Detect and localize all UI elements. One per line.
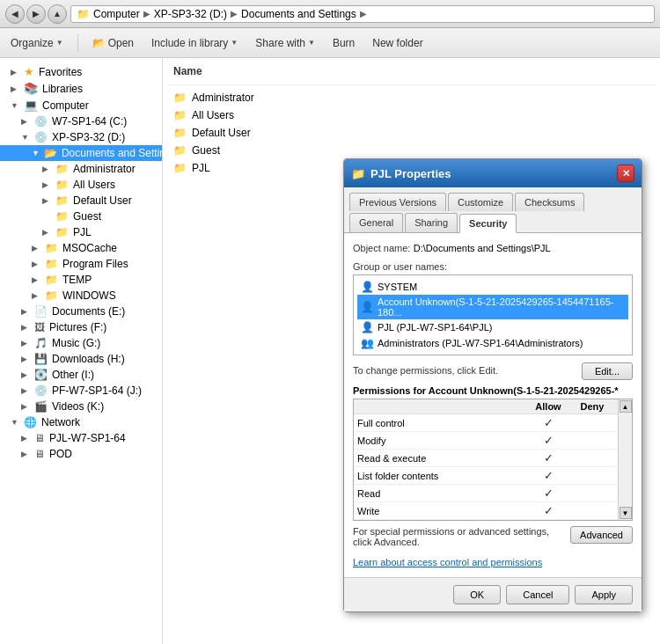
burn-button[interactable]: Burn bbox=[329, 35, 358, 51]
tab-general[interactable]: General bbox=[349, 213, 403, 232]
permissions-column-headers: Allow Deny bbox=[354, 399, 618, 414]
group-user-box: 👤 SYSTEM 👤 Account Unknown(S-1-5-21-2025… bbox=[353, 274, 633, 355]
pictures-f-label: Pictures (F:) bbox=[49, 321, 106, 333]
sidebar-item-network[interactable]: ▼ 🌐 Network bbox=[0, 414, 162, 430]
dialog-close-button[interactable]: ✕ bbox=[617, 165, 634, 182]
cancel-button[interactable]: Cancel bbox=[506, 585, 569, 604]
sidebar-item-network-1[interactable]: ▶ 🖥 PJL-W7-SP1-64 bbox=[0, 430, 162, 446]
user-admins-label: Administrators (PJL-W7-SP1-64\Administra… bbox=[378, 338, 583, 348]
edit-button[interactable]: Edit... bbox=[582, 362, 633, 380]
user-pjl[interactable]: 👤 PJL (PJL-W7-SP1-64\PJL) bbox=[357, 319, 628, 335]
back-button[interactable]: ◀ bbox=[5, 4, 25, 24]
pjl-folder-icon: 📁 bbox=[55, 226, 69, 238]
breadcrumb-drive[interactable]: XP-SP3-32 (D:) bbox=[154, 8, 227, 20]
organize-button[interactable]: Organize ▼ bbox=[7, 35, 67, 51]
sidebar-item-guest[interactable]: 📁 Guest bbox=[0, 209, 162, 224]
dialog-titlebar: 📁 PJL Properties ✕ bbox=[344, 159, 642, 187]
sidebar-item-default-user[interactable]: ▶ 📁 Default User bbox=[0, 193, 162, 209]
pf-w7-label: PF-W7-SP1-64 (J:) bbox=[52, 384, 142, 397]
sidebar-item-downloads-h[interactable]: ▶ 💾 Downloads (H:) bbox=[0, 351, 162, 367]
sidebar-item-network-2[interactable]: ▶ 🖥 POD bbox=[0, 446, 162, 462]
favorites-expand: ▶ bbox=[11, 68, 19, 77]
sidebar-item-administrator[interactable]: ▶ 📁 Administrator bbox=[0, 161, 162, 177]
up-button[interactable]: ▲ bbox=[48, 4, 67, 24]
scroll-down-btn[interactable]: ▼ bbox=[620, 507, 632, 519]
breadcrumb-computer[interactable]: Computer bbox=[93, 8, 140, 20]
sidebar-item-other-i[interactable]: ▶ 💽 Other (I:) bbox=[0, 367, 162, 383]
apply-button[interactable]: Apply bbox=[575, 585, 633, 604]
toolbar: Organize ▼ 📂 Open Include in library ▼ S… bbox=[0, 28, 660, 58]
sidebar-item-temp[interactable]: ▶ 📁 TEMP bbox=[0, 272, 162, 288]
file-area-header: Name bbox=[166, 62, 656, 85]
breadcrumb-folder[interactable]: Documents and Settings bbox=[241, 8, 356, 20]
videos-k-label: Videos (K:) bbox=[52, 400, 104, 413]
guest-label: Guest bbox=[73, 210, 101, 223]
permissions-scrollbar[interactable]: ▲ ▼ bbox=[618, 399, 632, 520]
open-icon: 📂 bbox=[92, 37, 106, 49]
include-library-button[interactable]: Include in library ▼ bbox=[148, 35, 241, 51]
windows-folder-icon: 📁 bbox=[45, 289, 58, 302]
sidebar-item-drive-c[interactable]: ▶ 💿 W7-SP1-64 (C:) bbox=[0, 113, 162, 129]
folder-icon-small: 📁 bbox=[77, 8, 90, 20]
sidebar-item-all-users[interactable]: ▶ 📁 All Users bbox=[0, 177, 162, 193]
user-system[interactable]: 👤 SYSTEM bbox=[357, 279, 628, 295]
user-icon-4: 👥 bbox=[361, 337, 374, 349]
breadcrumb[interactable]: 📁 Computer ▶ XP-SP3-32 (D:) ▶ Documents … bbox=[70, 5, 655, 23]
ok-button[interactable]: OK bbox=[453, 585, 501, 604]
new-folder-button[interactable]: New folder bbox=[369, 35, 426, 51]
organize-arrow: ▼ bbox=[56, 39, 63, 47]
learn-link[interactable]: Learn about access control and permissio… bbox=[353, 557, 542, 567]
sidebar-item-windows[interactable]: ▶ 📁 WINDOWS bbox=[0, 288, 162, 304]
scroll-up-btn[interactable]: ▲ bbox=[620, 400, 632, 413]
open-button[interactable]: 📂 Open bbox=[89, 35, 137, 51]
file-folder-icon: 📁 bbox=[173, 127, 187, 139]
advanced-button[interactable]: Advanced bbox=[570, 526, 633, 544]
file-item-guest[interactable]: 📁 Guest bbox=[166, 142, 656, 159]
sidebar-item-drive-d[interactable]: ▼ 💿 XP-SP3-32 (D:) bbox=[0, 129, 162, 145]
sidebar-item-favorites[interactable]: ▶ ★ Favorites bbox=[0, 63, 162, 80]
tab-security[interactable]: Security bbox=[459, 214, 517, 233]
user-icon: 👤 bbox=[361, 281, 374, 293]
object-name-value: D:\Documents and Settings\PJL bbox=[414, 243, 551, 253]
drivec-expand: ▶ bbox=[21, 117, 30, 126]
sidebar-item-music-g[interactable]: ▶ 🎵 Music (G:) bbox=[0, 335, 162, 351]
tab-sharing[interactable]: Sharing bbox=[405, 213, 458, 232]
sidebar-item-pjl[interactable]: ▶ 📁 PJL bbox=[0, 224, 162, 240]
file-item-default-user[interactable]: 📁 Default User bbox=[166, 124, 656, 142]
sidebar-item-program-files[interactable]: ▶ 📁 Program Files bbox=[0, 256, 162, 272]
sidebar-item-pictures-f[interactable]: ▶ 🖼 Pictures (F:) bbox=[0, 319, 162, 335]
tab-previous-versions[interactable]: Previous Versions bbox=[349, 193, 446, 211]
favorites-label: Favorites bbox=[39, 66, 82, 78]
sidebar-item-libraries[interactable]: ▶ 📚 Libraries bbox=[0, 80, 162, 97]
object-name-label: Object name: bbox=[353, 243, 410, 253]
sidebar-item-pf-w7[interactable]: ▶ 💿 PF-W7-SP1-64 (J:) bbox=[0, 383, 162, 399]
address-bar: ◀ ▶ ▲ 📁 Computer ▶ XP-SP3-32 (D:) ▶ Docu… bbox=[0, 0, 660, 28]
share-with-button[interactable]: Share with ▼ bbox=[252, 35, 319, 51]
sidebar-item-msocache[interactable]: ▶ 📁 MSOCache bbox=[0, 240, 162, 256]
msocache-label: MSOCache bbox=[62, 242, 117, 254]
network-1-label: PJL-W7-SP1-64 bbox=[49, 432, 126, 444]
user-administrators[interactable]: 👥 Administrators (PJL-W7-SP1-64\Administ… bbox=[357, 335, 628, 351]
music-g-label: Music (G:) bbox=[52, 337, 100, 349]
sidebar: ▶ ★ Favorites ▶ 📚 Libraries ▼ 💻 Computer… bbox=[0, 58, 163, 644]
share-arrow: ▼ bbox=[308, 39, 315, 47]
sidebar-item-docs-e[interactable]: ▶ 📄 Documents (E:) bbox=[0, 304, 162, 319]
computer-expand: ▼ bbox=[11, 101, 19, 110]
tab-checksums[interactable]: Checksums bbox=[515, 193, 584, 211]
msocache-folder-icon: 📁 bbox=[45, 242, 58, 254]
perm-deny-header: Deny bbox=[570, 401, 614, 412]
user-account-unknown[interactable]: 👤 Account Unknown(S-1-5-21-2025429265-14… bbox=[357, 295, 628, 319]
sidebar-item-computer[interactable]: ▼ 💻 Computer bbox=[0, 97, 162, 113]
file-item-administrator[interactable]: 📁 Administrator bbox=[166, 89, 656, 106]
forward-button[interactable]: ▶ bbox=[26, 4, 46, 24]
defaultuser-label: Default User bbox=[73, 194, 132, 207]
downloads-h-label: Downloads (H:) bbox=[52, 353, 125, 365]
sidebar-item-docs-settings[interactable]: ▼ 📂 Documents and Settings bbox=[0, 145, 162, 161]
name-column-header: Name bbox=[173, 65, 202, 77]
sidebar-item-videos-k[interactable]: ▶ 🎬 Videos (K:) bbox=[0, 399, 162, 414]
dialog-title-icon: 📁 bbox=[351, 167, 365, 180]
file-item-all-users[interactable]: 📁 All Users bbox=[166, 106, 656, 124]
guest-folder-icon: 📁 bbox=[55, 210, 69, 223]
tab-customize[interactable]: Customize bbox=[448, 193, 513, 211]
user-pjl-label: PJL (PJL-W7-SP1-64\PJL) bbox=[378, 322, 492, 333]
